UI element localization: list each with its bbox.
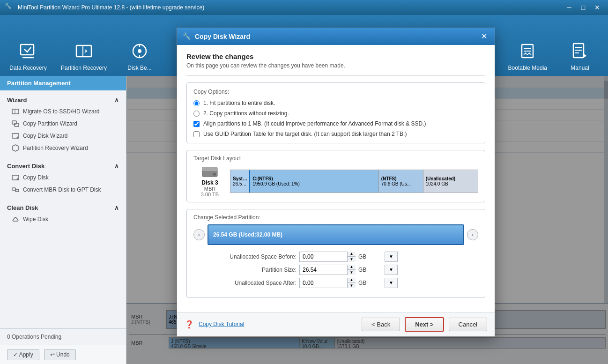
target-disk-type: MBR (204, 186, 215, 192)
toolbar-manual[interactable]: Manual (561, 40, 599, 71)
sidebar-section-convert-header: Convert Disk ∧ (0, 159, 126, 171)
unallocated-before-spin-down[interactable]: ▼ (348, 257, 356, 262)
back-button[interactable]: < Back (362, 318, 400, 331)
layout-part-name-3: (NTFS) (381, 176, 421, 181)
layout-part-system-res[interactable]: System Res 26.5 GB (Us... (230, 170, 250, 193)
copy-option-2-radio[interactable] (193, 111, 200, 117)
unallocated-before-spin-up[interactable]: ▲ (348, 252, 356, 257)
copy-disk-icon (12, 132, 19, 140)
copy-option-1-label[interactable]: 1. Fit partitions to entire disk. (203, 100, 275, 106)
partition-recovery-wizard-icon (12, 144, 19, 152)
layout-partitions: System Res 26.5 GB (Us... C:(NTFS) 1950.… (230, 170, 478, 193)
target-disk-info: Disk 3 MBR 3.00 TB (193, 165, 226, 197)
sidebar-item-convert-mbr-gpt[interactable]: Convert MBR Disk to GPT Disk (0, 184, 126, 196)
layout-part-name-2: C:(NTFS) (252, 176, 376, 181)
layout-part-c[interactable]: C:(NTFS) 1950.9 GB (Used: 1%) (250, 170, 379, 193)
toolbar-data-recovery-label: Data Recovery (9, 65, 46, 71)
maximize-button[interactable]: □ (577, 3, 589, 12)
partition-slider-row: ‹ 26.54 GB (Used:32.00 MB) › (193, 224, 478, 245)
layout-part-size-1: 26.5 GB (Us... (233, 181, 247, 186)
sidebar-section-wizard: Wizard ∧ Migrate OS to SSD/HD Wizard Cop… (0, 90, 126, 156)
main-content: Status ry Active & System ry Boot (126, 76, 608, 364)
target-disk-layout-title: Target Disk Layout: (193, 155, 478, 162)
partition-size-spin-up[interactable]: ▲ (348, 265, 356, 270)
apply-button[interactable]: ✓ Apply (7, 349, 39, 360)
sidebar-item-copy-disk[interactable]: Copy Disk (0, 171, 126, 184)
partition-field-size: Partition Size: ▲ ▼ GB ▼ (203, 265, 469, 275)
guid-partition-row: Use GUID Partition Table for the target … (193, 131, 478, 137)
change-partition-title: Change Selected Partition: (193, 214, 478, 221)
partition-size-spin-down[interactable]: ▼ (348, 270, 356, 275)
sidebar-item-copy-partition[interactable]: Copy Partition Wizard (0, 118, 126, 130)
copy-option-2-row: 2. Copy partitions without resizing. (193, 110, 478, 117)
toolbar-partition-recovery[interactable]: Partition Recovery (61, 40, 107, 71)
sidebar-item-partition-recovery-wizard[interactable]: Partition Recovery Wizard (0, 142, 126, 154)
partition-bar-label: 26.54 GB (Used:32.00 MB) (213, 231, 282, 238)
unallocated-before-label: Unallocated Space Before: (203, 253, 297, 260)
unallocated-after-spin-down[interactable]: ▼ (348, 283, 356, 288)
align-partitions-label[interactable]: Align partitions to 1 MB. (It could impr… (203, 120, 426, 127)
titlebar: 🔧 MiniTool Partition Wizard Pro Ultimate… (0, 0, 608, 15)
partition-size-dropdown[interactable]: ▼ (385, 265, 398, 275)
migrate-icon (12, 108, 19, 115)
toolbar-disk-benchmark[interactable]: Disk Be... (121, 40, 158, 71)
partition-nav-left[interactable]: ‹ (193, 229, 205, 240)
partition-field-after: Unallocated Space After: ▲ ▼ GB ▼ (203, 278, 469, 288)
layout-part-size-2: 1950.9 GB (Used: 1%) (252, 181, 376, 186)
toolbar-data-recovery[interactable]: Data Recovery (9, 40, 47, 71)
svg-point-5 (138, 49, 141, 53)
operations-pending: 0 Operations Pending (0, 328, 126, 345)
svg-rect-2 (76, 45, 91, 57)
unallocated-before-dropdown[interactable]: ▼ (385, 252, 398, 262)
copy-partition-icon (12, 120, 19, 127)
toolbar-bootable-media[interactable]: Bootable Media (508, 40, 547, 71)
sidebar-tab[interactable]: Partition Management (0, 76, 126, 90)
layout-part-ntfs2[interactable]: (NTFS) 70.6 GB (Us... (379, 170, 423, 193)
sidebar-section-clean-header: Clean Disk ∧ (0, 201, 126, 213)
partition-size-spinner: ▲ ▼ (299, 265, 356, 275)
toolbar-manual-label: Manual (571, 65, 589, 71)
minimize-button[interactable]: ─ (563, 3, 575, 12)
close-button[interactable]: ✕ (591, 3, 603, 12)
unallocated-after-spin-btns: ▲ ▼ (347, 278, 356, 288)
cancel-button[interactable]: Cancel (449, 318, 487, 331)
sidebar-item-copy-disk-wizard[interactable]: Copy Disk Wizard (0, 130, 126, 142)
guid-partition-label[interactable]: Use GUID Partition Table for the target … (203, 131, 407, 137)
sidebar-section-convert: Convert Disk ∧ Copy Disk Convert MBR Dis… (0, 156, 126, 198)
align-partitions-checkbox[interactable] (193, 121, 200, 127)
partition-bar: 26.54 GB (Used:32.00 MB) (208, 224, 464, 245)
app-title: MiniTool Partition Wizard Pro Ultimate 1… (18, 4, 563, 11)
partition-nav-right[interactable]: › (467, 229, 478, 240)
unallocated-after-dropdown[interactable]: ▼ (385, 278, 398, 288)
unallocated-after-spin-up[interactable]: ▲ (348, 278, 356, 283)
sidebar-item-migrate-os[interactable]: Migrate OS to SSD/HD Wizard (0, 105, 126, 118)
copy-options-group: Copy Options: 1. Fit partitions to entir… (186, 82, 485, 143)
copy-option-1-radio[interactable] (193, 100, 200, 106)
svg-point-26 (17, 178, 18, 180)
toolbar-disk-benchmark-label: Disk Be... (127, 65, 151, 71)
align-partitions-row: Align partitions to 1 MB. (It could impr… (193, 120, 478, 127)
manual-icon (569, 40, 591, 62)
sidebar-section-clean: Clean Disk ∧ Wipe Disk (0, 198, 126, 228)
target-disk-size: 3.00 TB (201, 192, 219, 197)
partition-size-unit: GB (358, 267, 382, 273)
copy-options-title: Copy Options: (193, 89, 478, 95)
layout-part-name-1: System Res (233, 176, 247, 181)
layout-part-unallocated[interactable]: (Unallocated) 1024.0 GB (423, 170, 478, 193)
svg-point-33 (213, 173, 216, 176)
unallocated-before-unit: GB (358, 253, 382, 260)
next-button[interactable]: Next > (405, 317, 444, 332)
copy-option-2-label[interactable]: 2. Copy partitions without resizing. (203, 110, 289, 117)
svg-rect-0 (21, 45, 34, 55)
guid-partition-checkbox[interactable] (193, 131, 200, 137)
data-recovery-icon (17, 40, 39, 62)
unallocated-after-label: Unallocated Space After: (203, 280, 297, 286)
copy-disk-tutorial-link[interactable]: Copy Disk Tutorial (199, 321, 244, 327)
partition-field-before: Unallocated Space Before: ▲ ▼ GB ▼ (203, 252, 469, 262)
copy-disk-tutorial-label: Copy Disk Tutorial (199, 321, 244, 327)
sidebar-item-wipe-disk[interactable]: Wipe Disk (0, 213, 126, 225)
svg-rect-19 (12, 109, 19, 114)
change-partition-group: Change Selected Partition: ‹ 26.54 GB (U… (186, 209, 485, 298)
copy-disk-sm-icon (12, 174, 19, 181)
undo-button[interactable]: ↩ Undo (44, 349, 76, 360)
